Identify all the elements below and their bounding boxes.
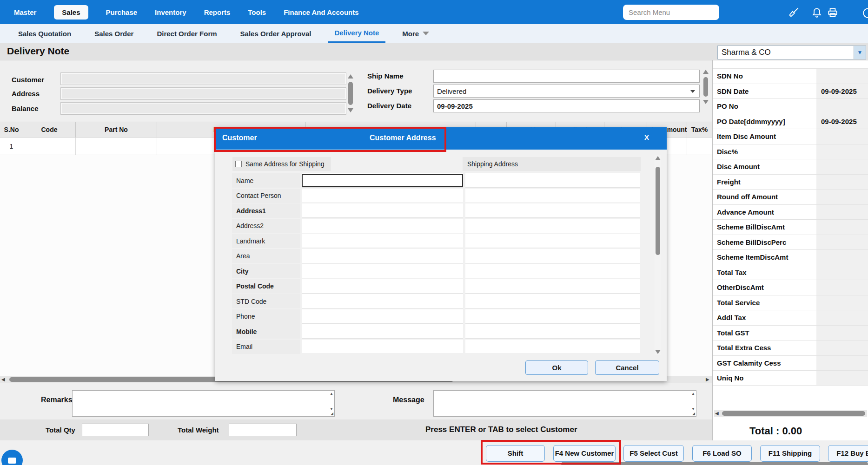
summary-value[interactable]	[816, 341, 868, 355]
paint-brush-icon[interactable]	[788, 7, 800, 19]
same-address-checkbox[interactable]	[235, 161, 242, 167]
summary-row-scheme-billdiscamt[interactable]: Scheme BillDiscAmt	[713, 219, 868, 235]
email-shipping-input[interactable]	[465, 340, 640, 354]
modal-tab-customer-address[interactable]: Customer Address	[370, 134, 436, 142]
summary-row-round-off-amount[interactable]: Round off Amount	[713, 189, 868, 204]
summary-value[interactable]	[816, 190, 868, 204]
col-header-part-no[interactable]: Part No	[76, 122, 157, 137]
col-header-code[interactable]: Code	[23, 122, 76, 137]
nav-item-finance-and-accounts[interactable]: Finance And Accounts	[284, 8, 358, 16]
nav-item-master[interactable]: Master	[14, 8, 36, 16]
email-input[interactable]	[302, 340, 463, 354]
summary-row-scheme-itemdiscamt[interactable]: Scheme ItemDiscAmt	[713, 249, 868, 265]
nav-item-purchase[interactable]: Purchase	[106, 8, 138, 16]
total-weight-input[interactable]	[229, 424, 297, 436]
balance-input[interactable]	[60, 102, 346, 115]
modal-scrollbar[interactable]	[655, 155, 661, 355]
std-code-shipping-input[interactable]	[465, 294, 640, 308]
tab-direct-order-form[interactable]: Direct Order Form	[150, 24, 223, 43]
summary-row-total-tax[interactable]: Total Tax	[713, 265, 868, 280]
area-input[interactable]	[302, 249, 463, 263]
button-shift[interactable]: Shift	[486, 445, 545, 462]
summary-value[interactable]	[816, 129, 868, 144]
phone-input[interactable]	[302, 309, 463, 324]
scroll-up-icon[interactable]	[655, 156, 661, 160]
scroll-left-icon[interactable]: ◀	[715, 411, 719, 416]
summary-value[interactable]	[816, 175, 868, 190]
summary-value[interactable]	[816, 220, 868, 235]
scroll-up-icon[interactable]	[703, 70, 709, 74]
bottom-clipped-scrollbar[interactable]	[561, 462, 868, 465]
tab-sales-quotation[interactable]: Sales Quotation	[12, 24, 78, 43]
nav-item-inventory[interactable]: Inventory	[155, 8, 186, 16]
delivery-date-input[interactable]: 09-09-2025	[433, 99, 700, 112]
customer-scrollbar[interactable]	[348, 74, 353, 112]
textarea-scroll-icons[interactable]: ▲	[691, 392, 695, 396]
summary-value[interactable]	[816, 235, 868, 250]
postal-code-input[interactable]	[302, 279, 463, 294]
landmark-input[interactable]	[302, 234, 463, 248]
summary-value[interactable]	[816, 356, 868, 371]
summary-row-total-extra-cess[interactable]: Total Extra Cess	[713, 340, 868, 355]
row1-cell-code[interactable]	[23, 138, 76, 155]
area-shipping-input[interactable]	[465, 249, 640, 263]
summary-value[interactable]	[816, 159, 868, 174]
close-icon[interactable]: X	[644, 133, 649, 141]
resize-grip-icon[interactable]: ◢	[331, 412, 333, 416]
city-input[interactable]	[302, 264, 463, 278]
phone-shipping-input[interactable]	[465, 309, 640, 324]
button-f6-load-so[interactable]: F6 Load SO	[692, 445, 752, 462]
row1-cell-tax[interactable]	[687, 138, 712, 155]
profile-icon-partial[interactable]	[861, 7, 868, 19]
tab-sales-order[interactable]: Sales Order	[88, 24, 140, 43]
summary-value[interactable]: 09-09-2025	[816, 84, 868, 99]
summary-row-gst-calamity-cess[interactable]: GST Calamity Cess	[713, 355, 868, 371]
nav-item-reports[interactable]: Reports	[204, 8, 231, 16]
scroll-down-icon[interactable]	[703, 100, 709, 104]
col-header-tax[interactable]: Tax%	[687, 122, 712, 137]
button-f12-buy-b[interactable]: F12 Buy B	[828, 445, 868, 462]
summary-value[interactable]	[816, 99, 868, 114]
modal-tab-customer[interactable]: Customer	[222, 134, 257, 142]
scroll-down-icon[interactable]	[655, 350, 661, 354]
total-qty-input[interactable]	[82, 424, 149, 436]
textarea-scroll-icons[interactable]: ▼	[691, 407, 695, 411]
address2-shipping-input[interactable]	[465, 219, 640, 233]
summary-row-po-no[interactable]: PO No	[713, 98, 868, 114]
summary-value[interactable]	[816, 310, 868, 325]
bell-icon[interactable]	[811, 7, 823, 19]
cancel-button[interactable]: Cancel	[595, 360, 659, 375]
scroll-thumb[interactable]	[722, 411, 865, 416]
summary-row-total-service[interactable]: Total Service	[713, 295, 868, 310]
menu-search-input[interactable]	[623, 5, 719, 20]
chevron-down-icon[interactable]: ▼	[854, 46, 866, 59]
landmark-shipping-input[interactable]	[465, 234, 640, 248]
std-code-input[interactable]	[302, 294, 463, 308]
summary-value[interactable]	[816, 250, 868, 265]
summary-value[interactable]: 09-09-2025	[816, 114, 868, 129]
summary-row-sdn-no[interactable]: SDN No	[713, 68, 868, 84]
postal-code-shipping-input[interactable]	[465, 279, 640, 294]
button-f11-shipping[interactable]: F11 Shipping	[760, 445, 820, 462]
summary-row-disc-amount[interactable]: Disc Amount	[713, 159, 868, 174]
summary-value[interactable]	[816, 265, 868, 280]
summary-value[interactable]	[816, 280, 868, 295]
resize-grip-icon[interactable]: ◢	[692, 412, 695, 416]
company-selector[interactable]: Sharma & CO ▼	[717, 46, 866, 59]
address-input[interactable]	[60, 87, 346, 100]
delivery-type-select[interactable]: Delivered	[433, 85, 700, 98]
name-shipping-input[interactable]	[465, 173, 640, 188]
contact-person-input[interactable]	[302, 189, 463, 203]
summary-row-addl-tax[interactable]: Addl Tax	[713, 310, 868, 325]
tab-delivery-note[interactable]: Delivery Note	[328, 24, 385, 43]
summary-row-total-gst[interactable]: Total GST	[713, 325, 868, 341]
summary-row-po-date-ddmmyyyy[interactable]: PO Date[ddmmyyyy]09-09-2025	[713, 114, 868, 129]
ship-name-input[interactable]	[433, 70, 700, 83]
button-f4-new-customer[interactable]: F4 New Customer	[553, 445, 616, 462]
summary-row-sdn-date[interactable]: SDN Date09-09-2025	[713, 84, 868, 99]
contact-person-shipping-input[interactable]	[465, 189, 640, 203]
summary-value[interactable]	[816, 69, 868, 84]
scroll-thumb[interactable]	[703, 77, 708, 97]
textarea-scroll-icons[interactable]: ▼	[330, 407, 333, 411]
address1-input[interactable]	[302, 203, 463, 218]
